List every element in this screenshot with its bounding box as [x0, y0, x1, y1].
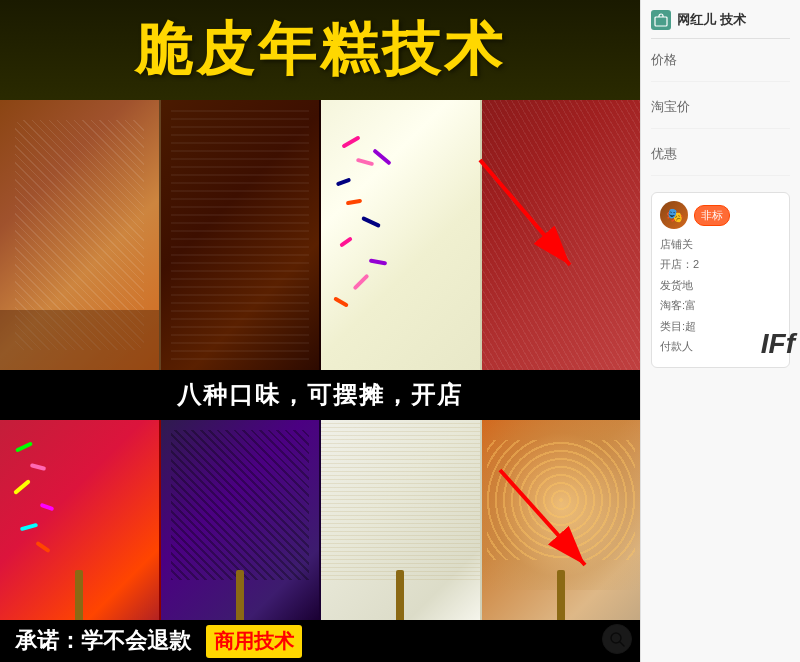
bottom-text-yellow: 商用技术 [206, 625, 302, 658]
stick-b3 [396, 570, 404, 620]
seller-avatar: 🎭 [660, 201, 688, 229]
price-row: 价格 [651, 51, 790, 82]
food-item-b3 [321, 420, 482, 620]
food-item-b1 [0, 420, 161, 620]
arrow-1 [470, 150, 590, 280]
food-item-2 [161, 100, 322, 370]
seller-delivery: 发货地 [660, 278, 781, 293]
main-layout: 脆皮年糕技术 [0, 0, 800, 662]
seller-header: 🎭 非标 [660, 201, 781, 229]
food-item-b2 [161, 420, 322, 620]
main-title: 脆皮年糕技术 [134, 11, 506, 89]
bottom-banner: 承诺：学不会退款 商用技术 [0, 620, 640, 662]
bottom-text-white: 承诺：学不会退款 [15, 626, 191, 656]
stick-b2 [236, 570, 244, 620]
stick-b1 [75, 570, 83, 620]
product-image-panel: 脆皮年糕技术 [0, 0, 640, 662]
shop-header: 网红儿 技术 [651, 10, 790, 39]
svg-rect-6 [655, 17, 667, 26]
middle-text: 八种口味，可摆摊，开店 [177, 379, 463, 411]
seller-shop-open: 店铺关 [660, 237, 781, 252]
taobao-price-row: 淘宝价 [651, 98, 790, 129]
seller-badge: 非标 [694, 205, 730, 226]
arrow-2 [490, 460, 600, 580]
middle-banner: 八种口味，可摆摊，开店 [0, 370, 640, 420]
shop-title: 网红儿 技术 [677, 12, 746, 29]
food-item-3 [321, 100, 482, 370]
discount-label: 优惠 [651, 145, 691, 163]
discount-row: 优惠 [651, 145, 790, 176]
seller-open-date: 开店：2 [660, 257, 781, 272]
right-panel: 网红儿 技术 价格 淘宝价 优惠 🎭 非标 店铺关 [640, 0, 800, 662]
price-label: 价格 [651, 51, 691, 69]
title-area: 脆皮年糕技术 [0, 0, 640, 100]
overlay-text: IFf [756, 323, 800, 365]
food-item-1 [0, 100, 161, 370]
svg-line-3 [500, 470, 585, 565]
shop-icon [651, 10, 671, 30]
seller-taoke: 淘客:富 [660, 298, 781, 313]
svg-line-1 [480, 160, 570, 265]
taobao-label: 淘宝价 [651, 98, 691, 116]
